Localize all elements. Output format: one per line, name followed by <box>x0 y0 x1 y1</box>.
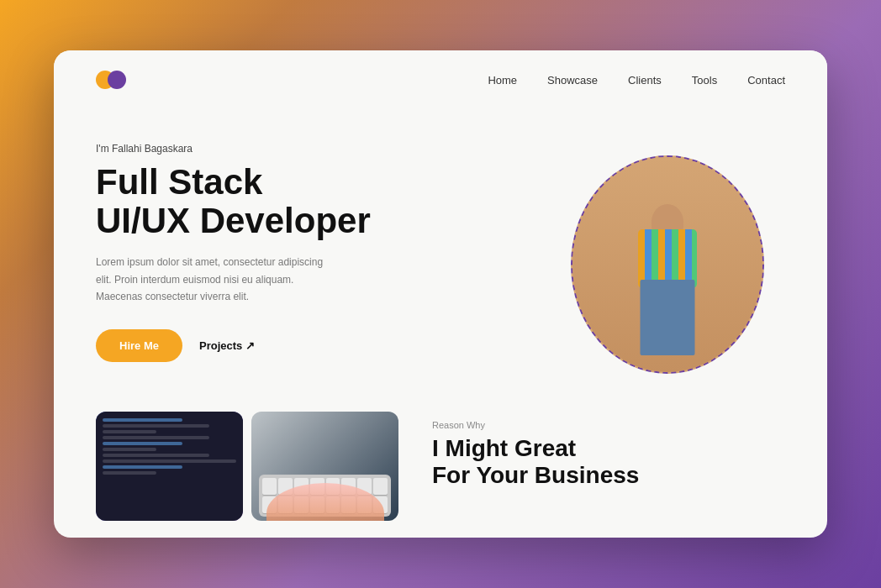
keyboard-key <box>262 478 277 495</box>
nav-link-showcase[interactable]: Showcase <box>547 74 598 87</box>
hero-description: Lorem ipsum dolor sit amet, consectetur … <box>96 254 340 305</box>
cta-buttons: Hire Me Projects ↗ <box>96 329 550 362</box>
code-screen <box>96 412 243 521</box>
nav-item-home[interactable]: Home <box>488 72 517 87</box>
main-content: I'm Fallahi Bagaskara Full Stack UI/UX D… <box>54 109 827 420</box>
hero-image-container <box>550 118 785 412</box>
bottom-images <box>96 412 398 538</box>
image-card-code <box>96 412 243 521</box>
code-line <box>103 424 209 428</box>
person-figure <box>572 157 762 372</box>
nav-links: Home Showcase Clients Tools Contact <box>488 72 785 87</box>
nav-link-home[interactable]: Home <box>488 74 517 87</box>
code-line <box>103 471 156 475</box>
nav-item-clients[interactable]: Clients <box>628 72 662 87</box>
hero-title-line1: Full Stack <box>96 162 262 202</box>
nav-item-showcase[interactable]: Showcase <box>547 72 598 87</box>
nav-link-contact[interactable]: Contact <box>747 74 785 87</box>
bottom-section: Reason Why I Might Great For Your Busine… <box>54 412 827 538</box>
keyboard-key <box>373 478 388 495</box>
reason-title-line2: For Your Business <box>432 462 639 488</box>
hero-title: Full Stack UI/UX Developer <box>96 163 550 240</box>
browser-window: Home Showcase Clients Tools Contact I'm … <box>54 50 827 538</box>
keyboard-scene <box>251 412 398 521</box>
code-line <box>103 418 182 422</box>
nav-link-tools[interactable]: Tools <box>692 74 717 87</box>
code-line <box>103 465 182 469</box>
hero-subtitle: I'm Fallahi Bagaskara <box>96 143 550 155</box>
code-line <box>103 454 209 457</box>
bottom-text: Reason Why I Might Great For Your Busine… <box>415 412 785 538</box>
image-card-keyboard <box>251 412 398 521</box>
code-line <box>103 430 156 433</box>
logo <box>96 69 129 91</box>
projects-button[interactable]: Projects ↗ <box>199 339 255 352</box>
nav-link-clients[interactable]: Clients <box>628 74 662 87</box>
reason-title-line1: I Might Great <box>432 435 576 461</box>
navbar: Home Showcase Clients Tools Contact <box>54 50 827 109</box>
hero-text: I'm Fallahi Bagaskara Full Stack UI/UX D… <box>96 126 550 420</box>
hire-me-button[interactable]: Hire Me <box>96 329 182 362</box>
hero-title-line2: UI/UX Developer <box>96 201 371 240</box>
person-body <box>621 187 714 372</box>
logo-circle-purple <box>108 71 126 89</box>
reason-title: I Might Great For Your Business <box>432 435 785 489</box>
code-line <box>103 442 182 445</box>
code-line <box>103 436 209 439</box>
code-line <box>103 448 156 451</box>
code-line <box>103 459 236 463</box>
person-pants <box>641 280 695 355</box>
reason-label: Reason Why <box>432 420 785 430</box>
hero-image-circle <box>571 155 764 374</box>
nav-item-contact[interactable]: Contact <box>747 72 785 87</box>
nav-item-tools[interactable]: Tools <box>692 72 717 87</box>
